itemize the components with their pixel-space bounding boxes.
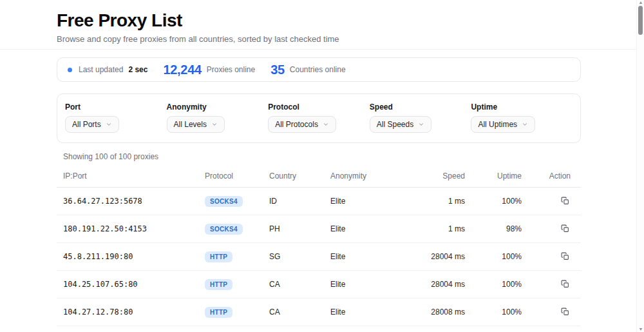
page-header: Free Proxy List Browse and copy free pro… (0, 0, 644, 50)
action-cell (522, 188, 581, 215)
column-header-ip-port: IP:Port (57, 162, 205, 188)
anonymity-cell: Elite (330, 215, 414, 243)
proxy-table-body: 36.64.27.123:5678 SOCKS4 ID Elite 1 ms 1… (57, 188, 581, 332)
column-header-protocol: Protocol (205, 162, 269, 188)
filter-dropdown-uptime[interactable]: All Uptimes (471, 116, 535, 133)
filter-group: Port All Ports (65, 103, 167, 133)
country-cell: CA (269, 271, 330, 298)
uptime-cell: 100% (465, 188, 522, 215)
filter-selected-value: All Ports (72, 120, 101, 129)
table-row: 104.27.12.78:80 HTTP CA Elite 28008 ms 1… (57, 298, 581, 326)
filter-label: Anonymity (167, 103, 269, 112)
filter-label: Speed (370, 103, 471, 112)
country-cell: BR (269, 326, 330, 332)
protocol-badge: HTTP (205, 307, 232, 318)
proxies-online-count: 12,244 (163, 63, 201, 77)
action-cell (522, 215, 581, 243)
copy-icon (561, 308, 569, 316)
filter-selected-value: All Speeds (377, 120, 413, 129)
uptime-cell: 100% (465, 243, 522, 271)
countries-online-count: 35 (270, 63, 285, 77)
copy-icon (561, 224, 569, 233)
page-title: Free Proxy List (57, 10, 644, 31)
column-header-action: Action (522, 162, 581, 188)
copy-button[interactable] (560, 278, 571, 289)
filter-dropdown-protocol[interactable]: All Protocols (268, 116, 336, 133)
scroll-up-icon[interactable]: ▲ (637, 0, 644, 5)
ip-port-cell: 200.159.146.184:4153 (57, 326, 205, 332)
uptime-cell: 99% (465, 326, 522, 332)
page-subtitle: Browse and copy free proxies from all co… (57, 34, 644, 44)
chevron-down-icon (106, 121, 112, 128)
scrollbar-thumb[interactable] (638, 6, 643, 35)
country-cell: CA (269, 298, 330, 326)
last-updated-value: 2 sec (128, 65, 147, 74)
protocol-cell: HTTP (205, 298, 269, 326)
anonymity-cell: Elite (330, 298, 414, 326)
protocol-badge: SOCKS4 (205, 196, 243, 207)
filter-group: Uptime All Uptimes (471, 103, 573, 133)
copy-icon (561, 252, 569, 260)
ip-port-cell: 104.25.107.65:80 (57, 271, 205, 298)
action-cell (522, 298, 581, 326)
anonymity-cell: Elite (330, 271, 414, 298)
protocol-badge: HTTP (205, 251, 232, 262)
copy-button[interactable] (560, 251, 571, 262)
country-cell: PH (269, 215, 330, 243)
filter-group: Anonymity All Levels (167, 103, 269, 133)
protocol-cell: SOCKS4 (205, 215, 269, 243)
live-status-dot-icon (68, 68, 72, 72)
filter-dropdown-speed[interactable]: All Speeds (370, 116, 431, 133)
table-row: 200.159.146.184:4153 SOCKS4 BR Elite 1 m… (57, 326, 581, 332)
action-cell (522, 326, 581, 332)
anonymity-cell: Elite (330, 326, 414, 332)
filter-label: Uptime (471, 103, 573, 112)
copy-button[interactable] (560, 195, 571, 206)
filter-selected-value: All Levels (174, 120, 207, 129)
protocol-cell: HTTP (205, 271, 269, 298)
column-header-country: Country (269, 162, 330, 188)
protocol-cell: HTTP (205, 243, 269, 271)
protocol-cell: SOCKS4 (205, 188, 269, 215)
speed-cell: 1 ms (414, 215, 465, 243)
filter-selected-value: All Uptimes (478, 120, 517, 129)
chevron-down-icon (522, 121, 528, 128)
column-header-uptime: Uptime (465, 162, 522, 188)
proxy-table: IP:PortProtocolCountryAnonymitySpeedUpti… (57, 162, 581, 332)
filters-card: Port All Ports Anonymity All Levels Prot… (57, 93, 581, 143)
protocol-badge: SOCKS4 (205, 224, 243, 235)
filter-group: Speed All Speeds (370, 103, 471, 133)
copy-button[interactable] (560, 306, 571, 317)
chevron-down-icon (418, 121, 424, 128)
country-cell: SG (269, 243, 330, 271)
speed-cell: 28004 ms (414, 243, 465, 271)
free-proxy-list-page: Free Proxy List Browse and copy free pro… (0, 0, 644, 332)
copy-icon (561, 197, 569, 205)
copy-button[interactable] (560, 223, 571, 234)
table-row: 104.25.107.65:80 HTTP CA Elite 28004 ms … (57, 271, 581, 298)
table-row: 36.64.27.123:5678 SOCKS4 ID Elite 1 ms 1… (57, 188, 581, 215)
countries-online-label: Countries online (290, 65, 346, 74)
scrollbar[interactable]: ▲ ▼ (636, 0, 644, 332)
speed-cell: 1 ms (414, 188, 465, 215)
ip-port-cell: 180.191.22.50:4153 (57, 215, 205, 243)
anonymity-cell: Elite (330, 188, 414, 215)
filter-selected-value: All Protocols (275, 120, 318, 129)
filter-dropdown-port[interactable]: All Ports (65, 116, 119, 133)
ip-port-cell: 104.27.12.78:80 (57, 298, 205, 326)
ip-port-cell: 45.8.211.190:80 (57, 243, 205, 271)
uptime-cell: 98% (465, 215, 522, 243)
proxies-online-label: Proxies online (207, 65, 255, 74)
ip-port-cell: 36.64.27.123:5678 (57, 188, 205, 215)
uptime-cell: 100% (465, 271, 522, 298)
chevron-down-icon (323, 121, 329, 128)
action-cell (522, 243, 581, 271)
filter-label: Protocol (268, 103, 370, 112)
filter-dropdown-anonymity[interactable]: All Levels (167, 116, 225, 133)
last-updated-label: Last updated (79, 65, 123, 74)
chevron-down-icon (211, 121, 218, 128)
scroll-down-icon[interactable]: ▼ (637, 327, 644, 331)
country-cell: ID (269, 188, 330, 215)
column-header-speed: Speed (414, 162, 465, 188)
speed-cell: 28004 ms (414, 271, 465, 298)
